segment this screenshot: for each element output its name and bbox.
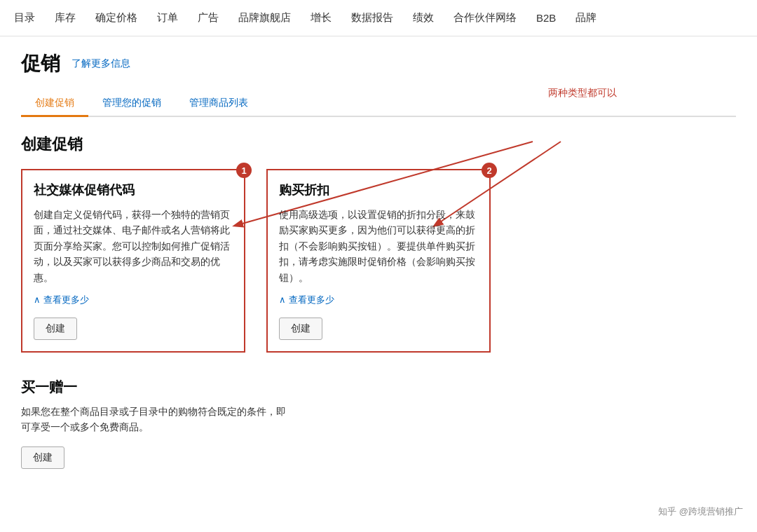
- purchase-discount-title: 购买折扣: [279, 182, 478, 198]
- annotation-text: 两种类型都可以: [548, 87, 617, 100]
- nav-item-orders[interactable]: 订单: [157, 11, 178, 25]
- social-media-promo-desc: 创建自定义促销代码，获得一个独特的营销页面，通过社交媒体、电子邮件或名人营销将此…: [34, 207, 233, 285]
- nav-item-catalog[interactable]: 目录: [14, 11, 35, 25]
- tab-manage-product-list[interactable]: 管理商品列表: [175, 91, 262, 117]
- watermark: 知乎 @跨境营销推广: [658, 505, 743, 518]
- main-content: 促销 了解更多信息 两种类型都可以 创建促销 管理您的促销 管理商品列表 创建促…: [0, 36, 757, 483]
- social-media-create-button[interactable]: 创建: [34, 318, 77, 340]
- chevron-up-icon: ∧: [34, 294, 41, 305]
- nav-item-pricing[interactable]: 确定价格: [95, 11, 137, 25]
- nav-item-brand[interactable]: 品牌: [575, 11, 596, 25]
- nav-item-inventory[interactable]: 库存: [55, 11, 76, 25]
- bogo-create-button[interactable]: 创建: [21, 446, 64, 469]
- watermark-text: 知乎 @跨境营销推广: [658, 505, 743, 518]
- social-media-promo-title: 社交媒体促销代码: [34, 182, 233, 198]
- nav-item-performance[interactable]: 绩效: [413, 11, 434, 25]
- nav-item-partner-network[interactable]: 合作伙伴网络: [453, 11, 517, 25]
- purchase-discount-desc: 使用高级选项，以设置促销的折扣分段，来鼓励买家购买更多，因为他们可以获得更高的折…: [279, 207, 478, 285]
- tab-create-promotion[interactable]: 创建促销: [21, 91, 88, 117]
- nav-item-b2b[interactable]: B2B: [536, 12, 556, 24]
- page-header: 促销 了解更多信息: [21, 50, 736, 77]
- tab-manage-promotions[interactable]: 管理您的促销: [88, 91, 175, 117]
- learn-more-link[interactable]: 了解更多信息: [71, 57, 130, 70]
- badge-2: 2: [482, 163, 497, 178]
- page-title: 促销: [21, 50, 60, 77]
- bogo-title: 买一赠一: [21, 378, 736, 397]
- social-media-promo-card: 1 社交媒体促销代码 创建自定义促销代码，获得一个独特的营销页面，通过社交媒体、…: [21, 169, 245, 353]
- nav-item-ads[interactable]: 广告: [198, 11, 219, 25]
- bogo-section: 买一赠一 如果您在整个商品目录或子目录中的购物符合既定的条件，即可享受一个或多个…: [21, 378, 736, 469]
- purchase-discount-create-button[interactable]: 创建: [279, 318, 322, 340]
- purchase-discount-card: 2 购买折扣 使用高级选项，以设置促销的折扣分段，来鼓励买家购买更多，因为他们可…: [266, 169, 491, 353]
- chevron-up-icon-2: ∧: [279, 294, 286, 305]
- purchase-discount-view-more[interactable]: ∧ 查看更多少: [279, 294, 478, 306]
- promotion-cards-grid: 1 社交媒体促销代码 创建自定义促销代码，获得一个独特的营销页面，通过社交媒体、…: [21, 169, 736, 353]
- badge-1: 1: [236, 163, 252, 178]
- bogo-description: 如果您在整个商品目录或子目录中的购物符合既定的条件，即可享受一个或多个免费商品。: [21, 404, 287, 435]
- nav-item-brand-store[interactable]: 品牌旗舰店: [238, 11, 291, 25]
- create-promotion-section-title: 创建促销: [21, 134, 736, 155]
- tabs-container: 创建促销 管理您的促销 管理商品列表: [21, 91, 736, 117]
- nav-item-growth[interactable]: 增长: [311, 11, 332, 25]
- top-navigation: 目录 库存 确定价格 订单 广告 品牌旗舰店 增长 数据报告 绩效 合作伙伴网络…: [0, 0, 757, 36]
- nav-item-data-report[interactable]: 数据报告: [351, 11, 393, 25]
- social-media-view-more[interactable]: ∧ 查看更多少: [34, 294, 233, 306]
